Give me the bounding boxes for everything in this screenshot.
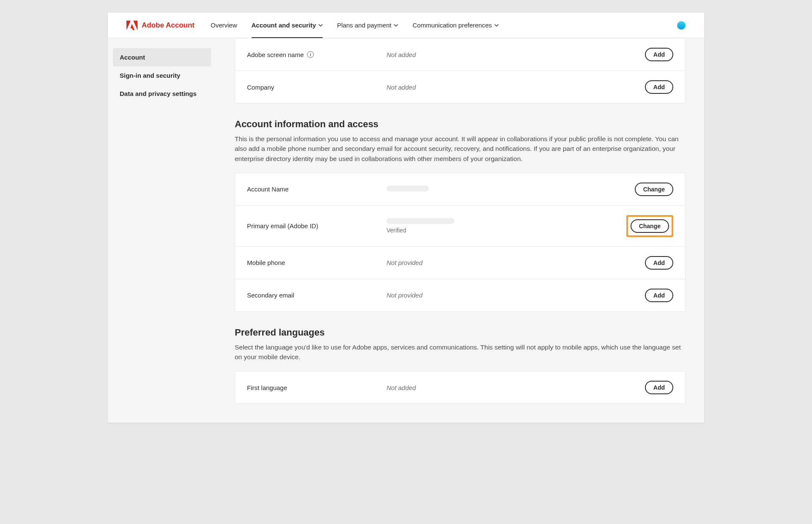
settings-row: First languageNot addedAdd [235,371,685,404]
section-desc-account-info: This is the personal information you use… [235,134,686,164]
user-avatar[interactable] [677,21,686,30]
settings-row: Adobe screen nameiNot addedAdd [235,38,685,71]
row-value-text: Not provided [387,292,422,299]
row-action: Add [645,256,673,270]
add-button-first-language[interactable]: Add [645,381,673,394]
brand-logo[interactable]: Adobe Account [126,20,195,30]
sidebar-item-data-and-privacy-settings[interactable]: Data and privacy settings [113,85,211,103]
row-value: Not provided [387,259,645,266]
change-button-account-name[interactable]: Change [635,183,673,196]
nav-label: Overview [211,22,237,29]
sidebar-item-sign-in-and-security[interactable]: Sign-in and security [113,66,211,85]
nav-label: Account and security [252,22,316,29]
nav-label: Plans and payment [337,22,391,29]
row-value: Verified [387,218,626,234]
sidebar-item-account[interactable]: Account [113,48,211,66]
row-action: Change [626,215,673,237]
row-value-text: Not provided [387,259,422,266]
settings-row: Secondary emailNot providedAdd [235,279,685,311]
row-value: Not added [387,84,645,91]
add-button-secondary-email[interactable]: Add [645,289,673,302]
languages-card: First languageNot addedAdd [235,371,686,404]
row-label-text: Mobile phone [247,259,285,266]
row-label-text: Account Name [247,186,288,193]
profile-card: Adobe screen nameiNot addedAddCompanyNot… [235,38,686,104]
row-value-text: Not added [387,51,416,58]
chevron-down-icon [394,23,398,27]
row-value-text: Not added [387,84,416,91]
nav-item-overview[interactable]: Overview [211,13,237,38]
nav-label: Communication preferences [412,22,492,29]
row-label-text: First language [247,384,287,391]
main-content: Adobe screen nameiNot addedAddCompanyNot… [216,38,704,423]
row-value: Not provided [387,292,645,299]
add-button-adobe-screen-name[interactable]: Add [645,48,673,61]
redacted-value [387,218,454,224]
settings-row: CompanyNot addedAdd [235,71,685,103]
row-value: Not added [387,51,645,58]
nav-item-plans-and-payment[interactable]: Plans and payment [337,13,398,38]
brand-text: Adobe Account [142,21,195,30]
add-button-company[interactable]: Add [645,80,673,94]
section-title-languages: Preferred languages [235,327,686,338]
row-action: Add [645,48,673,61]
chevron-down-icon [494,23,499,27]
account-info-card: Account NameChangePrimary email (Adobe I… [235,173,686,312]
chevron-down-icon [318,23,323,27]
nav-item-communication-preferences[interactable]: Communication preferences [412,13,499,38]
nav-item-account-and-security[interactable]: Account and security [252,13,323,38]
row-label-text: Company [247,84,274,91]
row-value: Not added [387,384,645,391]
row-label: Primary email (Adobe ID) [247,222,387,229]
highlight-box: Change [626,215,673,237]
row-label-text: Adobe screen name [247,51,304,58]
row-action: Add [645,80,673,94]
row-subvalue: Verified [387,227,626,234]
row-label: Mobile phone [247,259,387,266]
row-label-text: Primary email (Adobe ID) [247,222,318,229]
settings-row: Primary email (Adobe ID)VerifiedChange [235,206,685,247]
row-label: Secondary email [247,292,387,299]
row-action: Change [635,183,673,196]
row-label-text: Secondary email [247,292,294,299]
add-button-mobile-phone[interactable]: Add [645,256,673,270]
section-title-account-info: Account information and access [235,119,686,130]
row-label: Company [247,84,387,91]
settings-row: Mobile phoneNot providedAdd [235,247,685,279]
row-label: Account Name [247,186,387,193]
redacted-value [387,186,429,191]
row-action: Add [645,381,673,394]
row-label: Adobe screen namei [247,51,387,58]
adobe-logo-icon [126,20,137,30]
row-value [387,186,635,193]
top-nav: OverviewAccount and securityPlans and pa… [211,13,499,38]
change-button-primary-email-adobe-id-[interactable]: Change [631,219,669,233]
header-bar: Adobe Account OverviewAccount and securi… [108,13,704,38]
sidebar: AccountSign-in and securityData and priv… [108,38,216,423]
row-value-text: Not added [387,384,416,391]
row-action: Add [645,289,673,302]
settings-row: Account NameChange [235,173,685,206]
row-label: First language [247,384,387,391]
info-icon[interactable]: i [307,51,314,58]
section-desc-languages: Select the language you'd like to use fo… [235,342,686,362]
